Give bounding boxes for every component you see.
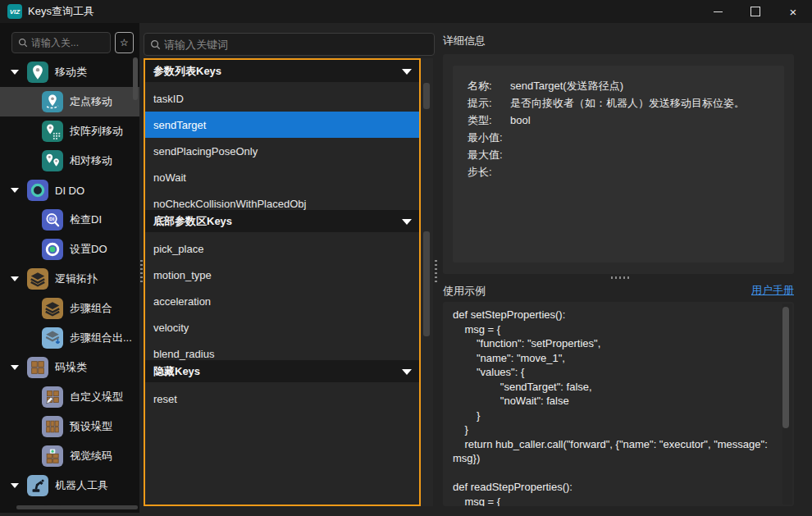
ring-teal-icon <box>27 180 48 201</box>
params-scrollbar-thumb[interactable] <box>423 83 430 109</box>
detail-field-label: 最大值: <box>468 146 510 163</box>
code-scrollbar-thumb[interactable] <box>782 307 789 428</box>
expander-arrow-icon[interactable] <box>11 188 19 193</box>
key-list-item[interactable]: acceleration <box>145 288 419 314</box>
sidebar-horizontal-scrollbar[interactable] <box>16 505 138 509</box>
search-icon <box>18 38 28 48</box>
expander-arrow-icon[interactable] <box>11 365 19 370</box>
bottom-scrollbar-thumb[interactable] <box>423 231 430 336</box>
tree-item[interactable]: 按阵列移动 <box>0 116 139 146</box>
user-manual-link[interactable]: 用户手册 <box>751 283 794 298</box>
details-title: 详细信息 <box>443 34 486 48</box>
maximize-button[interactable] <box>737 0 774 23</box>
detail-row: 最大值: <box>468 146 776 163</box>
keys-search-box <box>144 33 435 56</box>
search-icon <box>150 39 161 50</box>
pin-route-icon <box>42 91 63 112</box>
detail-row: 提示: 是否向接收者（如：机器人）发送移动目标位姿。 <box>468 94 776 112</box>
expander-arrow-icon[interactable] <box>11 70 19 75</box>
tree-item-label: 逻辑拓扑 <box>55 272 98 286</box>
detail-row: 最小值: <box>468 129 776 146</box>
detail-field-label: 步长: <box>468 163 510 180</box>
key-list-item[interactable]: motion_type <box>145 262 419 288</box>
example-code: def setStepProperties(): msg = { "functi… <box>453 308 779 506</box>
close-button[interactable]: × <box>774 0 812 23</box>
scrollbar-thumb[interactable] <box>133 57 138 100</box>
tree-item-label: 定点移动 <box>70 94 112 109</box>
tree-item[interactable]: 自定义垛型 <box>0 382 139 412</box>
collapse-arrow-icon[interactable] <box>402 369 412 375</box>
app-logo-icon: VIZ <box>7 4 22 19</box>
hidden-keys-list: reset <box>145 382 419 505</box>
keys-search-input[interactable] <box>164 39 434 51</box>
section-header-bottom[interactable]: 底部参数区Keys <box>145 210 419 232</box>
tree-item[interactable]: 机器人工具 <box>0 471 139 500</box>
pallet-edit-icon <box>42 386 63 408</box>
key-list-item[interactable]: pick_place <box>145 235 419 262</box>
tree-item-label: DI DO <box>55 185 84 197</box>
key-list-item[interactable]: velocity <box>145 314 419 340</box>
params-keys-list: taskIDsendTargetsendPlacingPoseOnlynoWai… <box>145 82 419 210</box>
bookmark-star-icon: ☆ <box>120 37 129 48</box>
section-title: 隐藏Keys <box>153 364 200 379</box>
sidebar-vertical-scrollbar[interactable] <box>133 57 138 509</box>
key-list-item[interactable]: blend_radius <box>145 340 419 360</box>
tree-item-label: 检查DI <box>70 212 102 227</box>
details-panel: 名称: sendTarget(发送路径点) 提示: 是否向接收者（如：机器人）发… <box>443 54 794 274</box>
tree-item[interactable]: 定点移动 <box>0 87 139 116</box>
expander-arrow-icon[interactable] <box>11 483 19 488</box>
section-header-hidden[interactable]: 隐藏Keys <box>145 360 419 382</box>
tree-item[interactable]: 步骤组合出... <box>0 323 139 353</box>
splitter-handle-left[interactable] <box>140 260 143 283</box>
tree-item[interactable]: 预设垛型 <box>0 412 139 441</box>
pallet-camera-icon <box>42 445 63 467</box>
tree-item[interactable]: DI 检查DI <box>0 205 139 235</box>
tree-item[interactable]: 移动类 <box>0 57 139 87</box>
tree-item[interactable]: 步骤组合 <box>0 294 139 323</box>
svg-text:DI: DI <box>49 217 54 221</box>
splitter-handle-right[interactable] <box>435 260 437 283</box>
tree-item[interactable]: 码垛类 <box>0 353 139 382</box>
tree-item-label: 自定义垛型 <box>70 390 123 404</box>
example-title: 使用示例 <box>443 284 486 299</box>
key-list-item[interactable]: sendTarget <box>145 112 419 138</box>
minimize-icon <box>714 11 723 12</box>
layers-out-icon <box>42 327 63 349</box>
tree-item-label: 步骤组合 <box>70 301 112 316</box>
layers-icon <box>27 268 48 290</box>
sidebar-search-input[interactable] <box>31 37 110 48</box>
splitter-handle-horizontal[interactable] <box>611 276 631 279</box>
location-pin-icon <box>27 62 48 83</box>
section-header-params[interactable]: 参数列表Keys <box>145 60 419 82</box>
tree-item[interactable]: DI DO <box>0 176 139 205</box>
close-icon: × <box>790 6 797 18</box>
code-scrollbar[interactable] <box>782 304 792 505</box>
key-list-item[interactable]: noCheckCollisionWithPlacedObj <box>145 190 419 210</box>
tree-item[interactable]: 设置DO <box>0 235 139 264</box>
favorites-button[interactable]: ☆ <box>115 32 134 53</box>
pallet-icon <box>27 357 48 378</box>
key-list-item[interactable]: reset <box>145 386 419 412</box>
tree-item[interactable]: 视觉续码 <box>0 441 139 471</box>
minimize-button[interactable] <box>699 0 737 23</box>
sidebar-search-box <box>11 32 111 53</box>
maximize-icon <box>750 7 760 16</box>
key-list-item[interactable]: sendPlacingPoseOnly <box>145 138 419 164</box>
collapse-arrow-icon[interactable] <box>402 219 412 225</box>
collapse-arrow-icon[interactable] <box>402 69 412 75</box>
tree-item-label: 按阵列移动 <box>70 124 123 139</box>
layers-icon <box>42 298 63 319</box>
tree-item[interactable]: 逻辑拓扑 <box>0 264 139 294</box>
ring-green-icon <box>42 239 63 260</box>
key-list-item[interactable]: noWait <box>145 164 419 190</box>
pin-pair-icon <box>42 150 63 171</box>
detail-field-value: sendTarget(发送路径点) <box>510 77 623 94</box>
key-list-item[interactable]: taskID <box>145 85 419 112</box>
detail-field-label: 最小值: <box>468 129 510 146</box>
category-sidebar: ☆ 移动类 定点移动 按阵列移动 相 <box>0 23 139 513</box>
magnifier-di-icon: DI <box>42 209 63 231</box>
expander-arrow-icon[interactable] <box>11 276 19 281</box>
section-title: 参数列表Keys <box>153 64 221 79</box>
tree-item-label: 设置DO <box>70 242 107 257</box>
tree-item[interactable]: 相对移动 <box>0 146 139 176</box>
